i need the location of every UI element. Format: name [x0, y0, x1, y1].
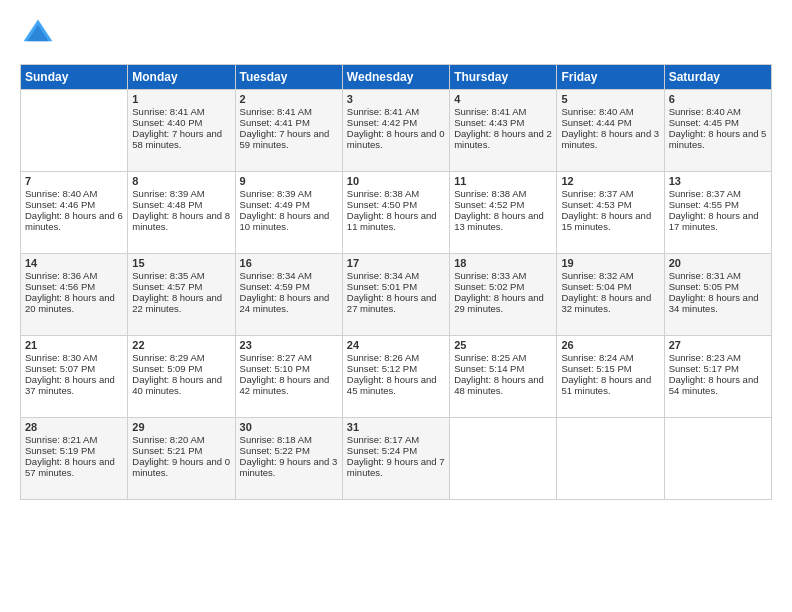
day-number: 7	[25, 175, 123, 187]
sunrise: Sunrise: 8:23 AM	[669, 352, 767, 363]
sunrise: Sunrise: 8:34 AM	[240, 270, 338, 281]
day-number: 20	[669, 257, 767, 269]
calendar-cell: 26Sunrise: 8:24 AMSunset: 5:15 PMDayligh…	[557, 336, 664, 418]
sunset: Sunset: 5:14 PM	[454, 363, 552, 374]
sunset: Sunset: 4:57 PM	[132, 281, 230, 292]
daylight: Daylight: 9 hours and 7 minutes.	[347, 456, 445, 478]
calendar-cell	[664, 418, 771, 500]
sunset: Sunset: 5:24 PM	[347, 445, 445, 456]
day-number: 14	[25, 257, 123, 269]
calendar-cell	[21, 90, 128, 172]
calendar-cell: 1Sunrise: 8:41 AMSunset: 4:40 PMDaylight…	[128, 90, 235, 172]
day-header-monday: Monday	[128, 65, 235, 90]
calendar-cell: 5Sunrise: 8:40 AMSunset: 4:44 PMDaylight…	[557, 90, 664, 172]
daylight: Daylight: 8 hours and 20 minutes.	[25, 292, 123, 314]
day-number: 9	[240, 175, 338, 187]
calendar-cell: 27Sunrise: 8:23 AMSunset: 5:17 PMDayligh…	[664, 336, 771, 418]
days-header-row: SundayMondayTuesdayWednesdayThursdayFrid…	[21, 65, 772, 90]
day-number: 12	[561, 175, 659, 187]
day-number: 3	[347, 93, 445, 105]
calendar-cell: 21Sunrise: 8:30 AMSunset: 5:07 PMDayligh…	[21, 336, 128, 418]
sunset: Sunset: 5:12 PM	[347, 363, 445, 374]
calendar-cell: 20Sunrise: 8:31 AMSunset: 5:05 PMDayligh…	[664, 254, 771, 336]
sunrise: Sunrise: 8:41 AM	[347, 106, 445, 117]
calendar-cell: 10Sunrise: 8:38 AMSunset: 4:50 PMDayligh…	[342, 172, 449, 254]
sunset: Sunset: 5:10 PM	[240, 363, 338, 374]
day-number: 23	[240, 339, 338, 351]
sunrise: Sunrise: 8:34 AM	[347, 270, 445, 281]
daylight: Daylight: 8 hours and 17 minutes.	[669, 210, 767, 232]
sunset: Sunset: 4:52 PM	[454, 199, 552, 210]
calendar-cell: 13Sunrise: 8:37 AMSunset: 4:55 PMDayligh…	[664, 172, 771, 254]
sunrise: Sunrise: 8:21 AM	[25, 434, 123, 445]
daylight: Daylight: 8 hours and 15 minutes.	[561, 210, 659, 232]
sunset: Sunset: 4:42 PM	[347, 117, 445, 128]
calendar-cell	[450, 418, 557, 500]
sunrise: Sunrise: 8:20 AM	[132, 434, 230, 445]
sunrise: Sunrise: 8:38 AM	[347, 188, 445, 199]
sunrise: Sunrise: 8:40 AM	[25, 188, 123, 199]
day-number: 2	[240, 93, 338, 105]
day-number: 11	[454, 175, 552, 187]
sunrise: Sunrise: 8:31 AM	[669, 270, 767, 281]
day-number: 13	[669, 175, 767, 187]
day-number: 22	[132, 339, 230, 351]
day-number: 31	[347, 421, 445, 433]
calendar-cell: 2Sunrise: 8:41 AMSunset: 4:41 PMDaylight…	[235, 90, 342, 172]
daylight: Daylight: 8 hours and 27 minutes.	[347, 292, 445, 314]
daylight: Daylight: 8 hours and 42 minutes.	[240, 374, 338, 396]
sunset: Sunset: 5:21 PM	[132, 445, 230, 456]
calendar-cell: 29Sunrise: 8:20 AMSunset: 5:21 PMDayligh…	[128, 418, 235, 500]
day-header-sunday: Sunday	[21, 65, 128, 90]
daylight: Daylight: 7 hours and 58 minutes.	[132, 128, 230, 150]
calendar-cell: 30Sunrise: 8:18 AMSunset: 5:22 PMDayligh…	[235, 418, 342, 500]
sunrise: Sunrise: 8:18 AM	[240, 434, 338, 445]
calendar-cell: 19Sunrise: 8:32 AMSunset: 5:04 PMDayligh…	[557, 254, 664, 336]
daylight: Daylight: 8 hours and 0 minutes.	[347, 128, 445, 150]
daylight: Daylight: 8 hours and 10 minutes.	[240, 210, 338, 232]
sunset: Sunset: 4:50 PM	[347, 199, 445, 210]
sunrise: Sunrise: 8:40 AM	[669, 106, 767, 117]
calendar-cell: 4Sunrise: 8:41 AMSunset: 4:43 PMDaylight…	[450, 90, 557, 172]
calendar-cell: 15Sunrise: 8:35 AMSunset: 4:57 PMDayligh…	[128, 254, 235, 336]
sunrise: Sunrise: 8:41 AM	[454, 106, 552, 117]
day-number: 27	[669, 339, 767, 351]
calendar-cell: 14Sunrise: 8:36 AMSunset: 4:56 PMDayligh…	[21, 254, 128, 336]
sunset: Sunset: 4:43 PM	[454, 117, 552, 128]
sunset: Sunset: 5:22 PM	[240, 445, 338, 456]
sunset: Sunset: 5:04 PM	[561, 281, 659, 292]
calendar-cell: 11Sunrise: 8:38 AMSunset: 4:52 PMDayligh…	[450, 172, 557, 254]
day-header-friday: Friday	[557, 65, 664, 90]
daylight: Daylight: 9 hours and 0 minutes.	[132, 456, 230, 478]
week-row-5: 28Sunrise: 8:21 AMSunset: 5:19 PMDayligh…	[21, 418, 772, 500]
page: SundayMondayTuesdayWednesdayThursdayFrid…	[0, 0, 792, 612]
daylight: Daylight: 7 hours and 59 minutes.	[240, 128, 338, 150]
day-number: 5	[561, 93, 659, 105]
day-number: 16	[240, 257, 338, 269]
day-number: 18	[454, 257, 552, 269]
day-number: 30	[240, 421, 338, 433]
daylight: Daylight: 8 hours and 51 minutes.	[561, 374, 659, 396]
day-number: 6	[669, 93, 767, 105]
daylight: Daylight: 8 hours and 3 minutes.	[561, 128, 659, 150]
calendar-table: SundayMondayTuesdayWednesdayThursdayFrid…	[20, 64, 772, 500]
sunrise: Sunrise: 8:25 AM	[454, 352, 552, 363]
week-row-1: 1Sunrise: 8:41 AMSunset: 4:40 PMDaylight…	[21, 90, 772, 172]
sunrise: Sunrise: 8:41 AM	[132, 106, 230, 117]
daylight: Daylight: 8 hours and 32 minutes.	[561, 292, 659, 314]
sunset: Sunset: 4:56 PM	[25, 281, 123, 292]
sunrise: Sunrise: 8:39 AM	[240, 188, 338, 199]
sunrise: Sunrise: 8:29 AM	[132, 352, 230, 363]
calendar-cell: 16Sunrise: 8:34 AMSunset: 4:59 PMDayligh…	[235, 254, 342, 336]
header	[20, 16, 772, 52]
logo	[20, 16, 62, 52]
day-number: 1	[132, 93, 230, 105]
calendar-cell: 7Sunrise: 8:40 AMSunset: 4:46 PMDaylight…	[21, 172, 128, 254]
sunset: Sunset: 5:19 PM	[25, 445, 123, 456]
day-number: 10	[347, 175, 445, 187]
day-header-saturday: Saturday	[664, 65, 771, 90]
sunrise: Sunrise: 8:35 AM	[132, 270, 230, 281]
calendar-cell: 22Sunrise: 8:29 AMSunset: 5:09 PMDayligh…	[128, 336, 235, 418]
day-number: 24	[347, 339, 445, 351]
daylight: Daylight: 8 hours and 6 minutes.	[25, 210, 123, 232]
